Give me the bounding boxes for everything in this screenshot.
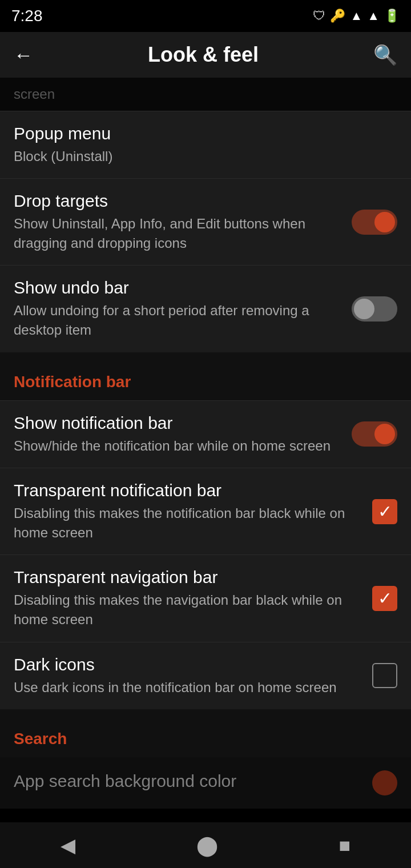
dark-icons-item[interactable]: Dark icons Use dark icons in the notific… <box>0 642 411 710</box>
status-time: 7:28 <box>11 7 43 25</box>
dark-icons-title: Dark icons <box>14 655 361 674</box>
show-notification-bar-title: Show notification bar <box>14 413 340 433</box>
popup-menu-text: Popup menu Block (Uninstall) <box>14 124 397 166</box>
show-notification-bar-toggle[interactable] <box>352 421 397 447</box>
transparent-navigation-bar-title: Transparent navigation bar <box>14 568 361 587</box>
show-undo-bar-subtitle: Allow undoing for a short period after r… <box>14 301 340 339</box>
drop-targets-item[interactable]: Drop targets Show Uninstall, App Info, a… <box>0 179 411 265</box>
transparent-notification-bar-item[interactable]: Transparent notification bar Disabling t… <box>0 468 411 554</box>
dark-icons-checkbox[interactable] <box>372 663 397 688</box>
transparent-notification-bar-text: Transparent notification bar Disabling t… <box>14 481 372 542</box>
drop-targets-toggle[interactable] <box>352 210 397 235</box>
transparent-navigation-bar-text: Transparent navigation bar Disabling thi… <box>14 568 372 629</box>
dark-icons-text: Dark icons Use dark icons in the notific… <box>14 655 372 697</box>
drop-targets-title: Drop targets <box>14 191 340 211</box>
search-section-header: Search <box>0 716 411 757</box>
back-nav-button[interactable]: ◀ <box>61 834 75 857</box>
notification-bar-section-header: Notification bar <box>0 359 411 400</box>
wifi-icon: ▲ <box>350 9 362 23</box>
home-nav-button[interactable]: ⬤ <box>196 834 218 857</box>
section-divider-2 <box>0 709 411 716</box>
show-undo-bar-item[interactable]: Show undo bar Allow undoing for a short … <box>0 266 411 352</box>
signal-icon: ▲ <box>367 9 380 23</box>
screen-section-label: screen <box>0 78 411 111</box>
show-undo-bar-title: Show undo bar <box>14 278 340 298</box>
status-bar: 7:28 🛡 🔑 ▲ ▲ 🔋 <box>0 0 411 32</box>
dark-icons-subtitle: Use dark icons in the notification bar o… <box>14 678 361 697</box>
transparent-navigation-bar-item[interactable]: Transparent navigation bar Disabling thi… <box>0 555 411 641</box>
page-title: Look & feel <box>148 43 259 67</box>
bottom-nav: ◀ ⬤ ■ <box>0 822 411 868</box>
show-notification-bar-item[interactable]: Show notification bar Show/hide the noti… <box>0 401 411 468</box>
popup-menu-item[interactable]: Popup menu Block (Uninstall) <box>0 111 411 179</box>
transparent-notification-bar-title: Transparent notification bar <box>14 481 361 500</box>
notification-bar-label: Notification bar <box>14 373 131 391</box>
show-notification-bar-text: Show notification bar Show/hide the noti… <box>14 413 352 456</box>
transparent-notification-bar-checkbox[interactable]: ✓ <box>372 499 397 524</box>
recents-nav-button[interactable]: ■ <box>339 834 351 857</box>
app-search-bg-color-text: App search background color <box>14 771 372 794</box>
screen-label-text: screen <box>14 86 55 102</box>
show-undo-bar-text: Show undo bar Allow undoing for a short … <box>14 278 352 339</box>
battery-icon: 🔋 <box>384 9 400 23</box>
popup-menu-title: Popup menu <box>14 124 386 143</box>
toolbar: ← Look & feel 🔍 <box>0 32 411 78</box>
section-divider-1 <box>0 352 411 359</box>
transparent-navigation-bar-subtitle: Disabling this makes the navigation bar … <box>14 590 361 629</box>
shield-icon: 🛡 <box>313 9 325 23</box>
show-notification-bar-subtitle: Show/hide the notification bar while on … <box>14 436 340 456</box>
search-section-label: Search <box>14 730 67 748</box>
drop-targets-text: Drop targets Show Uninstall, App Info, a… <box>14 191 352 252</box>
back-button[interactable]: ← <box>14 44 33 66</box>
app-search-bg-color-item[interactable]: App search background color <box>0 757 411 809</box>
transparent-navigation-bar-checkbox[interactable]: ✓ <box>372 586 397 611</box>
status-icons: 🛡 🔑 ▲ ▲ 🔋 <box>313 9 400 23</box>
key-icon: 🔑 <box>330 9 345 23</box>
show-notification-bar-knob <box>374 424 395 444</box>
transparent-notification-bar-subtitle: Disabling this makes the notification ba… <box>14 504 361 542</box>
search-button[interactable]: 🔍 <box>373 43 397 66</box>
popup-menu-subtitle: Block (Uninstall) <box>14 147 386 166</box>
drop-targets-knob <box>374 212 395 232</box>
app-search-bg-color-title: App search background color <box>14 771 361 791</box>
drop-targets-subtitle: Show Uninstall, App Info, and Edit butto… <box>14 214 340 252</box>
show-undo-bar-knob <box>354 299 374 319</box>
color-swatch[interactable] <box>372 770 397 795</box>
show-undo-bar-toggle[interactable] <box>352 296 397 322</box>
